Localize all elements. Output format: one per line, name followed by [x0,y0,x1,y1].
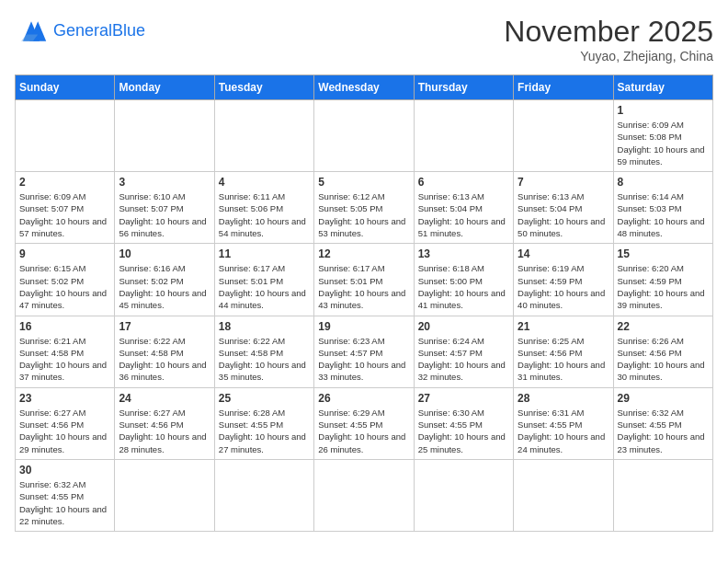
day-info: Sunrise: 6:19 AM Sunset: 4:59 PM Dayligh… [518,262,609,311]
day-info: Sunrise: 6:21 AM Sunset: 4:58 PM Dayligh… [19,335,110,384]
weekday-header-saturday: Saturday [613,75,712,100]
calendar-cell: 16Sunrise: 6:21 AM Sunset: 4:58 PM Dayli… [16,316,115,387]
day-info: Sunrise: 6:23 AM Sunset: 4:57 PM Dayligh… [318,335,409,384]
logo-icon [15,15,48,48]
calendar-cell: 20Sunrise: 6:24 AM Sunset: 4:57 PM Dayli… [414,316,513,387]
calendar-cell [314,459,414,531]
day-number: 8 [618,176,709,189]
calendar-cell [214,100,313,172]
day-info: Sunrise: 6:18 AM Sunset: 5:00 PM Dayligh… [418,262,509,311]
calendar-grid: SundayMondayTuesdayWednesdayThursdayFrid… [15,75,713,532]
calendar-cell: 9Sunrise: 6:15 AM Sunset: 5:02 PM Daylig… [16,244,115,316]
weekday-header-monday: Monday [115,75,214,100]
calendar-cell: 26Sunrise: 6:29 AM Sunset: 4:55 PM Dayli… [314,387,414,459]
calendar-cell: 11Sunrise: 6:17 AM Sunset: 5:01 PM Dayli… [214,244,313,316]
month-title: November 2025 [504,15,713,49]
calendar-cell: 19Sunrise: 6:23 AM Sunset: 4:57 PM Dayli… [314,316,414,387]
calendar-cell: 29Sunrise: 6:32 AM Sunset: 4:55 PM Dayli… [613,387,712,459]
calendar-cell: 5Sunrise: 6:12 AM Sunset: 5:05 PM Daylig… [314,172,414,244]
day-number: 6 [418,176,509,189]
title-block: November 2025 Yuyao, Zhejiang, China [504,15,713,63]
calendar-cell: 23Sunrise: 6:27 AM Sunset: 4:56 PM Dayli… [16,387,115,459]
calendar-cell: 27Sunrise: 6:30 AM Sunset: 4:55 PM Dayli… [414,387,513,459]
day-number: 28 [518,392,609,405]
day-number: 2 [19,176,110,189]
day-number: 16 [19,320,110,333]
weekday-header-wednesday: Wednesday [314,75,414,100]
week-row-1: 2Sunrise: 6:09 AM Sunset: 5:07 PM Daylig… [16,172,713,244]
calendar-cell [214,459,313,531]
logo-blue: Blue [112,21,145,40]
weekday-header-thursday: Thursday [414,75,513,100]
day-info: Sunrise: 6:32 AM Sunset: 4:55 PM Dayligh… [618,407,709,455]
calendar-cell: 24Sunrise: 6:27 AM Sunset: 4:56 PM Dayli… [115,387,214,459]
calendar-cell: 3Sunrise: 6:10 AM Sunset: 5:07 PM Daylig… [115,172,214,244]
calendar-cell: 17Sunrise: 6:22 AM Sunset: 4:58 PM Dayli… [115,316,214,387]
day-number: 26 [318,392,409,405]
week-row-3: 16Sunrise: 6:21 AM Sunset: 4:58 PM Dayli… [16,316,713,387]
calendar-cell: 1Sunrise: 6:09 AM Sunset: 5:08 PM Daylig… [613,100,712,172]
location-subtitle: Yuyao, Zhejiang, China [504,49,713,63]
day-info: Sunrise: 6:13 AM Sunset: 5:04 PM Dayligh… [518,190,609,239]
calendar-cell: 18Sunrise: 6:22 AM Sunset: 4:58 PM Dayli… [214,316,313,387]
week-row-0: 1Sunrise: 6:09 AM Sunset: 5:08 PM Daylig… [16,100,713,172]
day-info: Sunrise: 6:27 AM Sunset: 4:56 PM Dayligh… [119,407,210,455]
calendar-cell [613,459,712,531]
header: GeneralBlue November 2025 Yuyao, Zhejian… [15,15,713,63]
day-info: Sunrise: 6:22 AM Sunset: 4:58 PM Dayligh… [119,335,210,384]
day-info: Sunrise: 6:17 AM Sunset: 5:01 PM Dayligh… [318,262,409,311]
logo-general: General [53,21,112,40]
day-info: Sunrise: 6:27 AM Sunset: 4:56 PM Dayligh… [19,407,110,455]
day-number: 30 [19,464,110,477]
calendar-cell: 14Sunrise: 6:19 AM Sunset: 4:59 PM Dayli… [514,244,613,316]
weekday-header-friday: Friday [514,75,613,100]
day-number: 7 [518,176,609,189]
day-number: 25 [219,392,310,405]
calendar-cell [16,100,115,172]
day-info: Sunrise: 6:28 AM Sunset: 4:55 PM Dayligh… [219,407,310,455]
calendar-cell: 12Sunrise: 6:17 AM Sunset: 5:01 PM Dayli… [314,244,414,316]
day-info: Sunrise: 6:09 AM Sunset: 5:08 PM Dayligh… [618,119,709,167]
weekday-header-tuesday: Tuesday [214,75,313,100]
day-info: Sunrise: 6:32 AM Sunset: 4:55 PM Dayligh… [19,478,110,527]
weekday-row: SundayMondayTuesdayWednesdayThursdayFrid… [16,75,713,100]
calendar-container: GeneralBlue November 2025 Yuyao, Zhejian… [0,0,728,563]
day-info: Sunrise: 6:11 AM Sunset: 5:06 PM Dayligh… [219,190,310,239]
week-row-5: 30Sunrise: 6:32 AM Sunset: 4:55 PM Dayli… [16,459,713,531]
calendar-cell: 7Sunrise: 6:13 AM Sunset: 5:04 PM Daylig… [514,172,613,244]
day-number: 13 [418,247,509,260]
calendar-cell: 25Sunrise: 6:28 AM Sunset: 4:55 PM Dayli… [214,387,313,459]
day-number: 17 [119,320,210,333]
day-info: Sunrise: 6:13 AM Sunset: 5:04 PM Dayligh… [418,190,509,239]
day-number: 27 [418,392,509,405]
day-number: 22 [618,320,709,333]
day-info: Sunrise: 6:24 AM Sunset: 4:57 PM Dayligh… [418,335,509,384]
day-number: 19 [318,320,409,333]
logo: GeneralBlue [15,15,145,48]
day-number: 3 [119,176,210,189]
day-number: 24 [119,392,210,405]
calendar-header: SundayMondayTuesdayWednesdayThursdayFrid… [16,75,713,100]
day-info: Sunrise: 6:29 AM Sunset: 4:55 PM Dayligh… [318,407,409,455]
day-info: Sunrise: 6:20 AM Sunset: 4:59 PM Dayligh… [618,262,709,311]
calendar-cell: 8Sunrise: 6:14 AM Sunset: 5:03 PM Daylig… [613,172,712,244]
calendar-cell: 30Sunrise: 6:32 AM Sunset: 4:55 PM Dayli… [16,459,115,531]
calendar-cell: 22Sunrise: 6:26 AM Sunset: 4:56 PM Dayli… [613,316,712,387]
calendar-cell: 6Sunrise: 6:13 AM Sunset: 5:04 PM Daylig… [414,172,513,244]
day-number: 15 [618,247,709,260]
day-number: 20 [418,320,509,333]
calendar-cell [414,100,513,172]
day-info: Sunrise: 6:26 AM Sunset: 4:56 PM Dayligh… [618,335,709,384]
day-number: 14 [518,247,609,260]
calendar-cell [115,459,214,531]
calendar-cell [414,459,513,531]
calendar-cell: 2Sunrise: 6:09 AM Sunset: 5:07 PM Daylig… [16,172,115,244]
calendar-cell [115,100,214,172]
day-number: 12 [318,247,409,260]
day-number: 18 [219,320,310,333]
day-number: 23 [19,392,110,405]
day-number: 5 [318,176,409,189]
day-number: 9 [19,247,110,260]
week-row-2: 9Sunrise: 6:15 AM Sunset: 5:02 PM Daylig… [16,244,713,316]
day-number: 10 [119,247,210,260]
